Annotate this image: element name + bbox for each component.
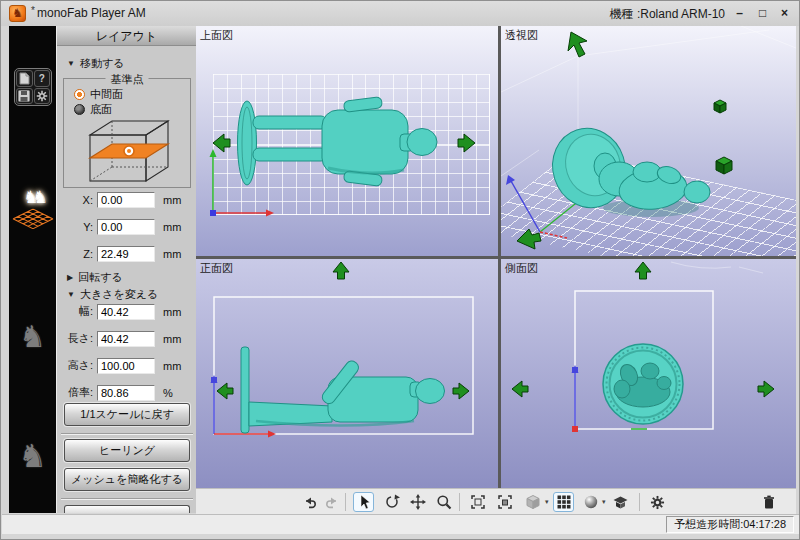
model-top-view[interactable] (238, 97, 438, 187)
window-title: monoFab Player AM (37, 6, 146, 20)
z-input[interactable] (97, 246, 155, 262)
shaded-view-dropdown[interactable]: ▾ (545, 498, 549, 506)
field-x: X: mm (57, 191, 196, 208)
gear-icon (36, 90, 48, 102)
section-move-label: 移動する (80, 56, 125, 71)
field-x-label: X: (57, 194, 93, 206)
sidebar-mode-preview[interactable]: ♞ (9, 440, 56, 472)
render-style-dropdown[interactable]: ▾ (602, 498, 606, 506)
radio-middle-plane-label: 中間面 (90, 87, 123, 102)
viewport-top[interactable]: 上面図 (196, 26, 498, 256)
print-preview-button[interactable] (610, 492, 631, 512)
undo-button[interactable] (299, 492, 320, 512)
radio-bottom-plane-label: 底面 (90, 102, 112, 117)
viewport-top-label: 上面図 (200, 28, 233, 43)
section-size[interactable]: ▼ 大きさを変える (67, 287, 158, 302)
new-file-icon (19, 72, 30, 85)
field-height-unit: mm (163, 360, 181, 372)
width-input[interactable] (97, 304, 155, 320)
viewport-perspective-label: 透視図 (505, 28, 538, 43)
shaded-cube-icon (525, 494, 541, 510)
height-input[interactable] (97, 358, 155, 374)
shaded-view-button[interactable] (522, 492, 543, 512)
field-height: 高さ: mm (57, 357, 196, 374)
field-y-label: Y: (57, 221, 93, 233)
app-window: ♞ * monoFab Player AM 機種 :Roland ARM-10 … (0, 0, 800, 540)
radio-selected-icon (74, 89, 85, 100)
field-y: Y: mm (57, 218, 196, 235)
minimize-button[interactable]: – (731, 5, 748, 22)
delete-button[interactable] (758, 492, 779, 512)
clipped-button (64, 505, 190, 513)
settings-button[interactable] (34, 88, 51, 105)
model-side-view[interactable] (603, 344, 683, 424)
viewport-front[interactable]: 正面図 (196, 259, 498, 488)
field-x-unit: mm (163, 194, 181, 206)
new-file-button[interactable] (16, 70, 33, 87)
collapse-triangle-icon: ▼ (67, 290, 75, 299)
settings-tool-button[interactable] (647, 492, 668, 512)
model-front-view[interactable] (241, 347, 445, 433)
field-z: Z: mm (57, 245, 196, 262)
zoom-tool-button[interactable] (433, 492, 454, 512)
viewport-front-label: 正面図 (200, 261, 233, 276)
fit-selection-button[interactable] (494, 492, 515, 512)
simplify-mesh-button[interactable]: メッシュを簡略化する (64, 468, 190, 491)
field-width: 幅: mm (57, 303, 196, 320)
section-move[interactable]: ▼ 移動する (67, 56, 124, 71)
close-button[interactable]: × (776, 5, 793, 22)
reset-scale-button[interactable]: 1/1スケールに戻す (64, 403, 190, 426)
render-style-button[interactable] (580, 492, 601, 512)
viewport-perspective[interactable]: 透視図 (501, 26, 796, 256)
radio-middle-plane[interactable]: 中間面 (74, 87, 123, 102)
sidebar: ? ♞♞ ♞ ♞ (9, 26, 56, 513)
panel-title: レイアウト (57, 26, 196, 46)
section-rotate[interactable]: ▶ 回転する (67, 270, 123, 285)
utility-button-grid: ? (14, 68, 52, 106)
undo-icon (302, 494, 318, 510)
viewport-splitter-horizontal[interactable] (196, 256, 796, 259)
redo-button[interactable] (321, 492, 342, 512)
field-y-unit: mm (163, 221, 181, 233)
select-tool-button[interactable] (353, 492, 374, 512)
separator (61, 433, 193, 435)
collapse-triangle-icon: ▼ (67, 59, 75, 68)
length-input[interactable] (97, 331, 155, 347)
save-button[interactable] (16, 88, 33, 105)
orbit-tool-button[interactable] (381, 492, 402, 512)
layout-panel: レイアウト ▼ 移動する 基準点 中間面 底面 (56, 26, 196, 513)
field-length-unit: mm (163, 333, 181, 345)
section-size-label: 大きさを変える (80, 287, 158, 302)
print-box-icon (612, 494, 629, 510)
toolbar-separator (639, 493, 640, 511)
collapse-triangle-icon: ▶ (67, 273, 73, 282)
orbit-icon (384, 494, 400, 510)
separator (61, 498, 193, 500)
y-input[interactable] (97, 219, 155, 235)
viewport-area: 上面図 (196, 26, 796, 488)
reference-cube-diagram (76, 117, 180, 187)
wireframe-view-button[interactable] (553, 492, 574, 512)
scale-input[interactable] (97, 385, 155, 401)
field-height-label: 高さ: (57, 358, 93, 373)
x-input[interactable] (97, 192, 155, 208)
modified-marker: * (31, 5, 35, 16)
field-width-unit: mm (163, 306, 181, 318)
statusbar: 予想造形時間:04:17:28 (2, 514, 799, 534)
healing-button[interactable]: ヒーリング (64, 439, 190, 462)
maximize-button[interactable]: □ (754, 5, 771, 22)
radio-bottom-plane[interactable]: 底面 (74, 102, 112, 117)
move-arrows[interactable] (517, 32, 732, 249)
field-z-label: Z: (57, 248, 93, 260)
build-volume-wireframe (501, 26, 796, 176)
sidebar-mode-support[interactable]: ♞ (9, 322, 56, 352)
viewport-side[interactable]: 側面図 (501, 259, 796, 488)
fit-all-button[interactable] (467, 492, 488, 512)
sidebar-mode-layout[interactable]: ♞♞ (9, 189, 56, 239)
toolbar-separator (345, 493, 346, 511)
support-knight-icon: ♞ (19, 320, 46, 353)
help-button[interactable]: ? (34, 70, 51, 87)
pan-tool-button[interactable] (407, 492, 428, 512)
model-perspective-view[interactable] (542, 119, 710, 217)
help-icon: ? (39, 73, 45, 84)
